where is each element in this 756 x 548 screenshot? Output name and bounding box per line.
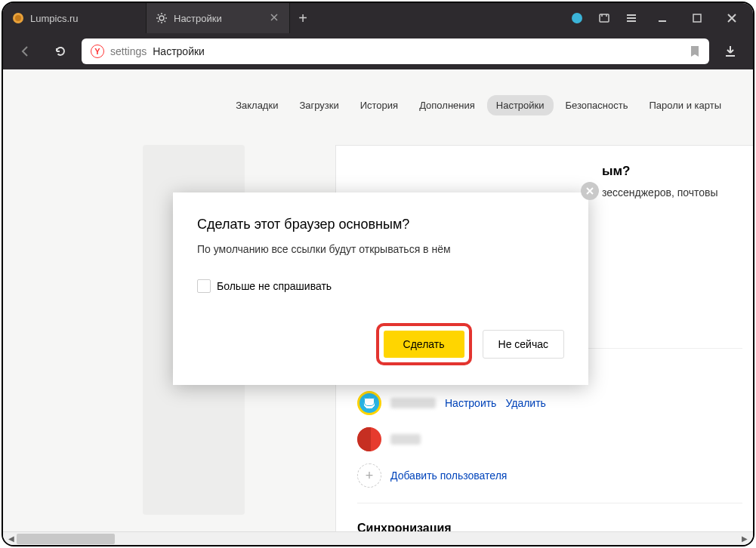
- close-icon[interactable]: [270, 13, 280, 23]
- minimize-button[interactable]: [652, 8, 673, 29]
- dont-ask-row[interactable]: Больше не спрашивать: [197, 279, 564, 293]
- nav-passwords[interactable]: Пароли и карты: [640, 95, 730, 115]
- svg-rect-5: [693, 14, 701, 22]
- svg-rect-4: [600, 14, 609, 22]
- back-button[interactable]: [12, 38, 39, 65]
- make-default-button[interactable]: Сделать: [384, 331, 464, 358]
- titlebar: Lumpics.ru Настройки +: [3, 3, 753, 33]
- address-segment-2: Настройки: [153, 45, 205, 57]
- tab-lumpics[interactable]: Lumpics.ru: [3, 3, 147, 33]
- user-row-1: Настроить Удалить: [357, 391, 753, 415]
- configure-user-link[interactable]: Настроить: [445, 397, 496, 409]
- avatar: [357, 427, 381, 451]
- toolbar: Y settings Настройки: [3, 33, 753, 69]
- delete-user-link[interactable]: Удалить: [505, 397, 545, 409]
- reload-button[interactable]: [47, 38, 74, 65]
- user-name-redacted: [390, 398, 436, 408]
- address-segment-1: settings: [110, 45, 147, 57]
- nav-bookmarks[interactable]: Закладки: [227, 95, 287, 115]
- add-user-link[interactable]: Добавить пользователя: [390, 469, 507, 482]
- settings-nav: Закладки Загрузки История Дополнения Нас…: [227, 95, 730, 115]
- maximize-button[interactable]: [687, 8, 708, 29]
- close-window-button[interactable]: [721, 8, 742, 29]
- add-user-row[interactable]: + Добавить пользователя: [357, 463, 753, 488]
- yandex-icon: Y: [91, 45, 104, 58]
- dont-ask-checkbox[interactable]: [197, 279, 211, 293]
- svg-point-3: [572, 13, 582, 23]
- titlebar-right: [560, 3, 753, 33]
- plus-icon: +: [357, 463, 381, 488]
- modal-close-button[interactable]: [581, 182, 599, 200]
- menu-icon[interactable]: [625, 11, 638, 25]
- dont-ask-label: Больше не спрашивать: [217, 280, 332, 292]
- downloads-button[interactable]: [717, 38, 744, 65]
- tab-label: Настройки: [174, 13, 264, 24]
- default-browser-modal: Сделать этот браузер основным? По умолча…: [173, 192, 588, 385]
- scroll-left-arrow[interactable]: ◀: [5, 532, 18, 546]
- user-name-redacted: [390, 434, 421, 445]
- nav-addons[interactable]: Дополнения: [410, 95, 484, 115]
- tab-label: Lumpics.ru: [30, 13, 137, 24]
- svg-point-1: [15, 15, 21, 21]
- avatar: [357, 391, 381, 415]
- svg-point-2: [159, 16, 164, 20]
- scrollbar-thumb[interactable]: [17, 534, 115, 544]
- horizontal-scrollbar[interactable]: ◀ ▶: [3, 531, 753, 545]
- page-content: Закладки Загрузки История Дополнения Нас…: [3, 69, 753, 531]
- tab-settings[interactable]: Настройки: [147, 3, 290, 33]
- user-row-2: [357, 427, 753, 451]
- nav-history[interactable]: История: [351, 95, 407, 115]
- favicon-lumpics: [12, 12, 24, 24]
- nav-security[interactable]: Безопасность: [557, 95, 637, 115]
- profile-icon[interactable]: [570, 11, 584, 25]
- nav-settings[interactable]: Настройки: [487, 95, 554, 115]
- scroll-right-arrow[interactable]: ▶: [738, 532, 751, 546]
- nav-downloads[interactable]: Загрузки: [290, 95, 347, 115]
- default-browser-heading-peek: ым?: [357, 164, 753, 179]
- new-tab-button[interactable]: +: [290, 3, 316, 33]
- sync-heading: Синхронизация: [357, 522, 753, 531]
- modal-title: Сделать этот браузер основным?: [197, 217, 564, 232]
- address-bar[interactable]: Y settings Настройки: [82, 38, 709, 64]
- modal-description: По умолчанию все ссылки будут открыватьс…: [197, 243, 564, 255]
- not-now-button[interactable]: Не сейчас: [483, 330, 564, 359]
- extensions-icon[interactable]: [597, 11, 611, 25]
- gear-icon: [156, 12, 168, 24]
- highlight-ring: Сделать: [376, 323, 472, 365]
- bookmark-icon[interactable]: [690, 45, 700, 57]
